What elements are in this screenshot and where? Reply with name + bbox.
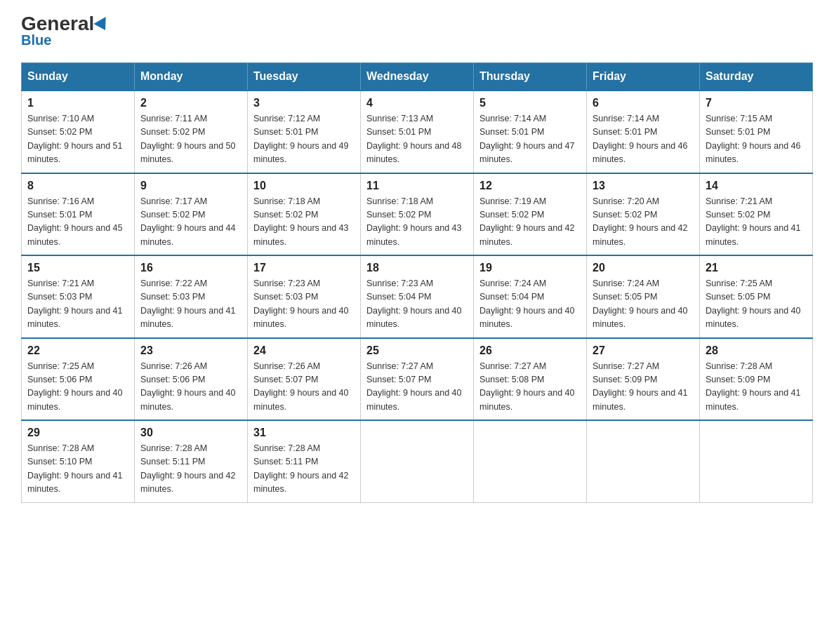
calendar-cell: 31Sunrise: 7:28 AMSunset: 5:11 PMDayligh… xyxy=(248,420,361,502)
calendar-cell: 30Sunrise: 7:28 AMSunset: 5:11 PMDayligh… xyxy=(135,420,248,502)
calendar-cell: 24Sunrise: 7:26 AMSunset: 5:07 PMDayligh… xyxy=(248,338,361,421)
day-info: Sunrise: 7:28 AMSunset: 5:11 PMDaylight:… xyxy=(140,442,241,497)
day-info: Sunrise: 7:15 AMSunset: 5:01 PMDaylight:… xyxy=(706,112,807,167)
calendar-cell: 14Sunrise: 7:21 AMSunset: 5:02 PMDayligh… xyxy=(700,173,813,256)
weekday-header-sunday: Sunday xyxy=(22,63,135,91)
day-info: Sunrise: 7:27 AMSunset: 5:08 PMDaylight:… xyxy=(479,360,581,415)
calendar-cell: 18Sunrise: 7:23 AMSunset: 5:04 PMDayligh… xyxy=(361,255,474,338)
day-number: 11 xyxy=(366,180,468,192)
day-info: Sunrise: 7:22 AMSunset: 5:03 PMDaylight:… xyxy=(140,277,241,332)
day-number: 28 xyxy=(706,344,807,357)
day-number: 17 xyxy=(253,262,355,274)
calendar-cell: 29Sunrise: 7:28 AMSunset: 5:10 PMDayligh… xyxy=(22,420,135,502)
day-info: Sunrise: 7:21 AMSunset: 5:03 PMDaylight:… xyxy=(27,277,128,332)
calendar-cell: 6Sunrise: 7:14 AMSunset: 5:01 PMDaylight… xyxy=(587,90,700,173)
day-info: Sunrise: 7:28 AMSunset: 5:10 PMDaylight:… xyxy=(27,442,128,497)
day-number: 25 xyxy=(366,344,468,357)
day-number: 13 xyxy=(593,180,694,192)
calendar-cell: 7Sunrise: 7:15 AMSunset: 5:01 PMDaylight… xyxy=(700,90,813,173)
calendar-cell: 10Sunrise: 7:18 AMSunset: 5:02 PMDayligh… xyxy=(248,173,361,256)
calendar-table: SundayMondayTuesdayWednesdayThursdayFrid… xyxy=(21,62,813,503)
weekday-header-saturday: Saturday xyxy=(700,63,813,91)
day-number: 27 xyxy=(593,344,694,357)
day-number: 14 xyxy=(706,180,807,192)
calendar-cell: 16Sunrise: 7:22 AMSunset: 5:03 PMDayligh… xyxy=(135,255,248,338)
day-number: 16 xyxy=(140,262,241,274)
day-info: Sunrise: 7:28 AMSunset: 5:11 PMDaylight:… xyxy=(253,442,355,497)
day-info: Sunrise: 7:20 AMSunset: 5:02 PMDaylight:… xyxy=(593,195,694,250)
calendar-cell: 9Sunrise: 7:17 AMSunset: 5:02 PMDaylight… xyxy=(135,173,248,256)
day-number: 2 xyxy=(140,97,241,109)
calendar-cell xyxy=(474,420,587,502)
day-number: 31 xyxy=(253,427,355,439)
calendar-cell: 19Sunrise: 7:24 AMSunset: 5:04 PMDayligh… xyxy=(474,255,587,338)
calendar-cell: 2Sunrise: 7:11 AMSunset: 5:02 PMDaylight… xyxy=(135,90,248,173)
calendar-cell xyxy=(361,420,474,502)
page-header: General Blue xyxy=(21,14,813,48)
calendar-cell: 20Sunrise: 7:24 AMSunset: 5:05 PMDayligh… xyxy=(587,255,700,338)
day-number: 5 xyxy=(479,97,581,109)
calendar-cell: 11Sunrise: 7:18 AMSunset: 5:02 PMDayligh… xyxy=(361,173,474,256)
day-info: Sunrise: 7:14 AMSunset: 5:01 PMDaylight:… xyxy=(593,112,694,167)
day-number: 18 xyxy=(366,262,468,274)
day-info: Sunrise: 7:11 AMSunset: 5:02 PMDaylight:… xyxy=(140,112,241,167)
day-number: 12 xyxy=(479,180,581,192)
day-info: Sunrise: 7:24 AMSunset: 5:04 PMDaylight:… xyxy=(479,277,581,332)
day-number: 4 xyxy=(366,97,468,109)
day-info: Sunrise: 7:13 AMSunset: 5:01 PMDaylight:… xyxy=(366,112,468,167)
day-info: Sunrise: 7:24 AMSunset: 5:05 PMDaylight:… xyxy=(593,277,694,332)
day-info: Sunrise: 7:14 AMSunset: 5:01 PMDaylight:… xyxy=(479,112,581,167)
calendar-cell: 3Sunrise: 7:12 AMSunset: 5:01 PMDaylight… xyxy=(248,90,361,173)
day-info: Sunrise: 7:17 AMSunset: 5:02 PMDaylight:… xyxy=(140,195,241,250)
calendar-cell: 28Sunrise: 7:28 AMSunset: 5:09 PMDayligh… xyxy=(700,338,813,421)
calendar-cell: 5Sunrise: 7:14 AMSunset: 5:01 PMDaylight… xyxy=(474,90,587,173)
calendar-week-row: 29Sunrise: 7:28 AMSunset: 5:10 PMDayligh… xyxy=(22,420,813,502)
calendar-week-row: 22Sunrise: 7:25 AMSunset: 5:06 PMDayligh… xyxy=(22,338,813,421)
weekday-header-tuesday: Tuesday xyxy=(248,63,361,91)
day-number: 21 xyxy=(706,262,807,274)
weekday-header-friday: Friday xyxy=(587,63,700,91)
calendar-cell: 17Sunrise: 7:23 AMSunset: 5:03 PMDayligh… xyxy=(248,255,361,338)
day-number: 26 xyxy=(479,344,581,357)
day-info: Sunrise: 7:23 AMSunset: 5:03 PMDaylight:… xyxy=(253,277,355,332)
calendar-week-row: 1Sunrise: 7:10 AMSunset: 5:02 PMDaylight… xyxy=(22,90,813,173)
day-number: 20 xyxy=(593,262,694,274)
calendar-cell: 22Sunrise: 7:25 AMSunset: 5:06 PMDayligh… xyxy=(22,338,135,421)
day-number: 22 xyxy=(27,344,128,357)
day-number: 3 xyxy=(253,97,355,109)
day-number: 10 xyxy=(253,180,355,192)
day-number: 29 xyxy=(27,427,128,439)
day-info: Sunrise: 7:25 AMSunset: 5:05 PMDaylight:… xyxy=(706,277,807,332)
calendar-cell: 26Sunrise: 7:27 AMSunset: 5:08 PMDayligh… xyxy=(474,338,587,421)
day-number: 9 xyxy=(140,180,241,192)
day-info: Sunrise: 7:18 AMSunset: 5:02 PMDaylight:… xyxy=(253,195,355,250)
calendar-cell: 4Sunrise: 7:13 AMSunset: 5:01 PMDaylight… xyxy=(361,90,474,173)
calendar-week-row: 15Sunrise: 7:21 AMSunset: 5:03 PMDayligh… xyxy=(22,255,813,338)
calendar-cell xyxy=(700,420,813,502)
day-number: 30 xyxy=(140,427,241,439)
day-number: 23 xyxy=(140,344,241,357)
calendar-cell: 8Sunrise: 7:16 AMSunset: 5:01 PMDaylight… xyxy=(22,173,135,256)
day-number: 15 xyxy=(27,262,128,274)
day-info: Sunrise: 7:23 AMSunset: 5:04 PMDaylight:… xyxy=(366,277,468,332)
day-info: Sunrise: 7:27 AMSunset: 5:07 PMDaylight:… xyxy=(366,360,468,415)
day-info: Sunrise: 7:25 AMSunset: 5:06 PMDaylight:… xyxy=(27,360,128,415)
day-info: Sunrise: 7:26 AMSunset: 5:07 PMDaylight:… xyxy=(253,360,355,415)
logo-triangle-icon xyxy=(94,17,112,34)
day-info: Sunrise: 7:12 AMSunset: 5:01 PMDaylight:… xyxy=(253,112,355,167)
day-number: 7 xyxy=(706,97,807,109)
day-info: Sunrise: 7:16 AMSunset: 5:01 PMDaylight:… xyxy=(27,195,128,250)
day-info: Sunrise: 7:26 AMSunset: 5:06 PMDaylight:… xyxy=(140,360,241,415)
day-info: Sunrise: 7:28 AMSunset: 5:09 PMDaylight:… xyxy=(706,360,807,415)
day-info: Sunrise: 7:21 AMSunset: 5:02 PMDaylight:… xyxy=(706,195,807,250)
logo-blue-text: Blue xyxy=(21,32,51,48)
calendar-cell: 15Sunrise: 7:21 AMSunset: 5:03 PMDayligh… xyxy=(22,255,135,338)
logo: General Blue xyxy=(21,14,110,48)
calendar-week-row: 8Sunrise: 7:16 AMSunset: 5:01 PMDaylight… xyxy=(22,173,813,256)
calendar-cell: 21Sunrise: 7:25 AMSunset: 5:05 PMDayligh… xyxy=(700,255,813,338)
day-number: 19 xyxy=(479,262,581,274)
calendar-cell: 25Sunrise: 7:27 AMSunset: 5:07 PMDayligh… xyxy=(361,338,474,421)
calendar-cell: 27Sunrise: 7:27 AMSunset: 5:09 PMDayligh… xyxy=(587,338,700,421)
day-info: Sunrise: 7:27 AMSunset: 5:09 PMDaylight:… xyxy=(593,360,694,415)
weekday-header-wednesday: Wednesday xyxy=(361,63,474,91)
